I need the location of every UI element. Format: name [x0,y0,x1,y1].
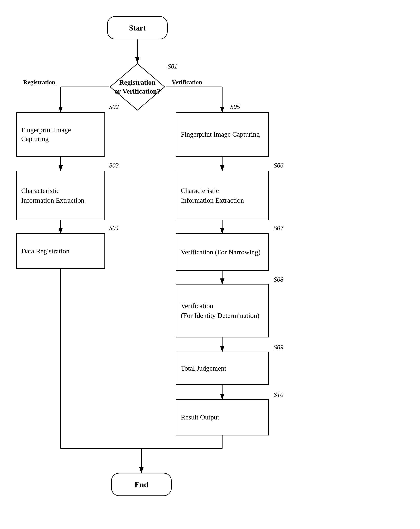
step-s05: S05 [230,103,240,110]
right-char-extract: Characteristic Information Extraction [176,171,269,220]
step-s02: S02 [109,103,119,110]
left-char-extract: Characteristic Information Extraction [16,171,105,220]
step-s09: S09 [274,344,283,351]
step-s01: S01 [168,63,177,70]
left-fp-capture: Fingerprint Image Capturing [16,112,105,157]
step-s07: S07 [274,224,283,232]
step-s10: S10 [274,391,283,398]
left-data-reg: Data Registration [16,233,105,269]
right-fp-capture: Fingerprint Image Capturing [176,112,269,157]
right-total-judge: Total Judgement [176,352,269,385]
right-verif-narrow: Verification (For Narrowing) [176,233,269,271]
step-s08: S08 [274,276,283,283]
end-node: End [111,473,172,496]
right-result-output: Result Output [176,399,269,436]
registration-label: Registration [23,79,55,86]
right-verif-identity: Verification (For Identity Determination… [176,284,269,337]
step-s06: S06 [274,162,283,169]
step-s03: S03 [109,162,119,169]
verification-label: Verification [172,79,202,86]
start-node: Start [107,16,168,40]
step-s04: S04 [109,224,119,232]
